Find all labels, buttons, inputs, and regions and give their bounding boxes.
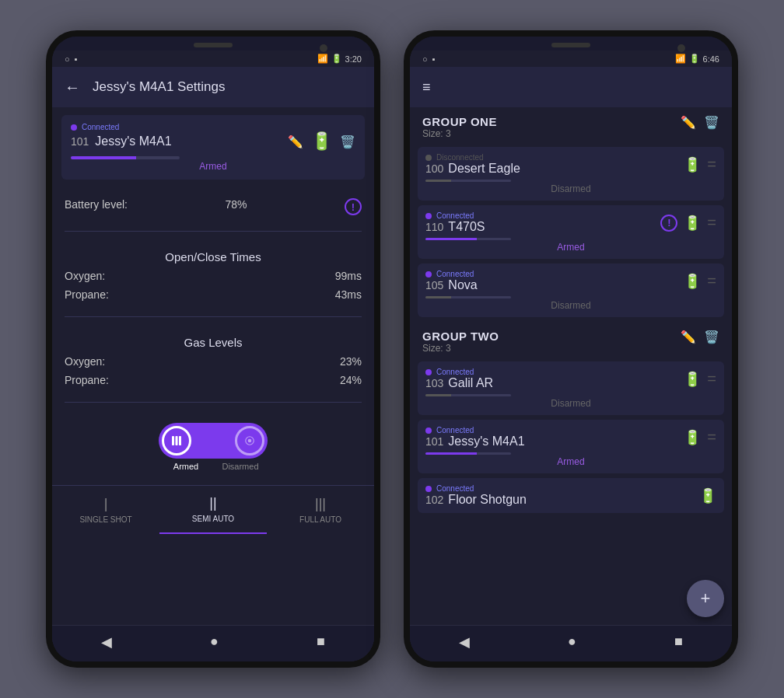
- connected-label-galil: Connected: [436, 368, 474, 376]
- right-phone-speaker: [551, 43, 590, 47]
- m4a1-eq[interactable]: =: [707, 428, 716, 446]
- right-time: 6:46: [703, 54, 719, 64]
- battery-section: Battery level: 78% !: [52, 187, 374, 226]
- connected-dot: [71, 124, 77, 131]
- connection-row: Connected: [425, 484, 527, 493]
- armed-toggle[interactable]: [159, 423, 268, 459]
- group-two-delete-icon[interactable]: 🗑️: [704, 330, 719, 344]
- group-two-size: Size: 3: [422, 343, 499, 354]
- connection-row: Connected: [425, 270, 478, 278]
- back-button[interactable]: ←: [65, 79, 80, 96]
- oxygen-gas-label: Oxygen:: [65, 355, 105, 368]
- hamburger-icon[interactable]: ≡: [422, 79, 431, 96]
- nav-home-left[interactable]: ●: [210, 633, 219, 651]
- divider-1: [65, 231, 362, 232]
- oxygen-gas-row: Oxygen: 23%: [65, 352, 362, 371]
- nova-top: Connected 105 Nova 🔋 =: [425, 270, 716, 292]
- device-id: 101: [71, 135, 89, 148]
- svg-rect-1: [176, 436, 178, 445]
- right-status-right: 📶 🔋 6:46: [675, 54, 719, 64]
- toggle-armed-label: Armed: [159, 462, 213, 471]
- armed-status-label: Armed: [71, 161, 355, 172]
- oxygen-time-row: Oxygen: 99ms: [65, 267, 362, 285]
- left-status-bar: ○ ▪ 📶 🔋 3:20: [52, 51, 374, 67]
- left-content-area: Connected 101 Jessy's M4A1 ✏️ 🔋 🗑️: [52, 107, 374, 625]
- left-app-bar: ← Jessy's M4A1 Settings: [52, 67, 374, 107]
- phones-container: ○ ▪ 📶 🔋 3:20 ← Jessy's M4A1 Settings: [46, 30, 738, 668]
- propane-time-label: Propane:: [65, 288, 109, 301]
- m4a1-left: Connected 101 Jessy's M4A1: [425, 426, 525, 448]
- group-one-header: GROUP ONE Size: 3 ✏️ 🗑️: [410, 107, 732, 142]
- nav-recent-right[interactable]: ■: [674, 633, 683, 651]
- left-app-bar-title: Jessy's M4A1 Settings: [93, 79, 225, 95]
- galil-right: 🔋 =: [684, 370, 716, 388]
- battery-value: 78%: [225, 198, 247, 215]
- shotgun-id: 102: [425, 494, 443, 506]
- svg-rect-0: [172, 436, 174, 445]
- device-id-name: 101 Jessy's M4A1: [71, 134, 172, 148]
- galil-status: Disarmed: [425, 398, 716, 409]
- propane-gas-label: Propane:: [65, 374, 109, 386]
- nova-eq[interactable]: =: [707, 272, 716, 290]
- full-auto-label: FULL AUTO: [299, 515, 341, 524]
- galil-top: Connected 103 Galil AR 🔋 =: [425, 368, 716, 390]
- shotgun-name: Floor Shotgun: [448, 493, 527, 507]
- desert-eagle-bar: [425, 180, 511, 182]
- nav-back-left[interactable]: ◀: [101, 633, 112, 651]
- right-status-bar: ○ ▪ 📶 🔋 6:46: [410, 51, 732, 67]
- semi-auto-icon: ||: [209, 495, 216, 511]
- device-actions: ✏️ 🔋 🗑️: [288, 131, 355, 152]
- device-id-name-row: 110 T470S: [425, 220, 485, 234]
- nova-bar: [425, 296, 511, 298]
- shot-mode-bar: | SINGLE SHOT || SEMI AUTO ||| FULL AUTO: [52, 485, 374, 534]
- left-device-card: Connected 101 Jessy's M4A1 ✏️ 🔋 🗑️: [61, 115, 365, 180]
- disconnected-label: Disconnected: [436, 153, 484, 162]
- propane-time-row: Propane: 43ms: [65, 285, 362, 304]
- left-phone-top-bar: [52, 37, 374, 51]
- left-status-left: ○ ▪: [65, 54, 78, 64]
- galil-eq[interactable]: =: [707, 370, 716, 388]
- open-close-title: Open/Close Times: [65, 244, 362, 267]
- group-two-edit-icon[interactable]: ✏️: [681, 330, 696, 344]
- fab-add-button[interactable]: +: [687, 580, 724, 617]
- full-auto-mode[interactable]: ||| FULL AUTO: [267, 486, 374, 534]
- propane-gas-row: Propane: 24%: [65, 371, 362, 389]
- m4a1-battery: 🔋: [684, 429, 701, 446]
- group-one-edit-icon[interactable]: ✏️: [681, 115, 696, 130]
- delete-icon[interactable]: 🗑️: [340, 134, 355, 149]
- edit-icon[interactable]: ✏️: [288, 134, 303, 149]
- nav-back-right[interactable]: ◀: [459, 633, 470, 651]
- right-signal-icon: 📶: [675, 54, 686, 64]
- right-battery-icon: ▪: [432, 54, 436, 64]
- toggle-labels: Armed Disarmed: [159, 462, 268, 471]
- right-status-left: ○ ▪: [422, 54, 436, 64]
- desert-eagle-battery: 🔋: [684, 156, 701, 173]
- connection-row: Connected: [425, 368, 493, 376]
- nova-name: Nova: [448, 278, 477, 292]
- group-two-title: GROUP TWO: [422, 330, 499, 343]
- connected-label-m4a1: Connected: [436, 426, 474, 435]
- single-shot-mode[interactable]: | SINGLE SHOT: [52, 486, 159, 534]
- galil-id: 103: [425, 377, 443, 389]
- right-menu-bar: ≡: [410, 67, 732, 107]
- m4a1-right: 🔋 =: [684, 428, 716, 446]
- desert-eagle-left: Disconnected 100 Desert Eagle: [425, 153, 520, 176]
- semi-auto-label: SEMI AUTO: [192, 515, 234, 523]
- shotgun-left: Connected 102 Floor Shotgun: [425, 484, 527, 507]
- left-time: 3:20: [345, 54, 362, 64]
- t470s-eq[interactable]: =: [707, 214, 716, 232]
- divider-2: [65, 316, 362, 317]
- desert-eagle-right: 🔋 =: [684, 155, 716, 173]
- nova-right: 🔋 =: [684, 272, 716, 290]
- single-shot-icon: |: [104, 496, 108, 512]
- propane-gas-value: 24%: [340, 374, 362, 386]
- list-item: Connected 103 Galil AR 🔋 =: [418, 361, 724, 415]
- group-one-delete-icon[interactable]: 🗑️: [704, 115, 719, 130]
- nav-recent-left[interactable]: ■: [317, 633, 325, 651]
- desert-eagle-eq[interactable]: =: [707, 155, 716, 173]
- nav-home-right[interactable]: ●: [568, 633, 576, 651]
- desert-eagle-status: Disarmed: [425, 183, 716, 194]
- device-name: Jessy's M4A1: [95, 134, 171, 148]
- left-phone: ○ ▪ 📶 🔋 3:20 ← Jessy's M4A1 Settings: [46, 30, 380, 668]
- semi-auto-mode[interactable]: || SEMI AUTO: [159, 486, 267, 534]
